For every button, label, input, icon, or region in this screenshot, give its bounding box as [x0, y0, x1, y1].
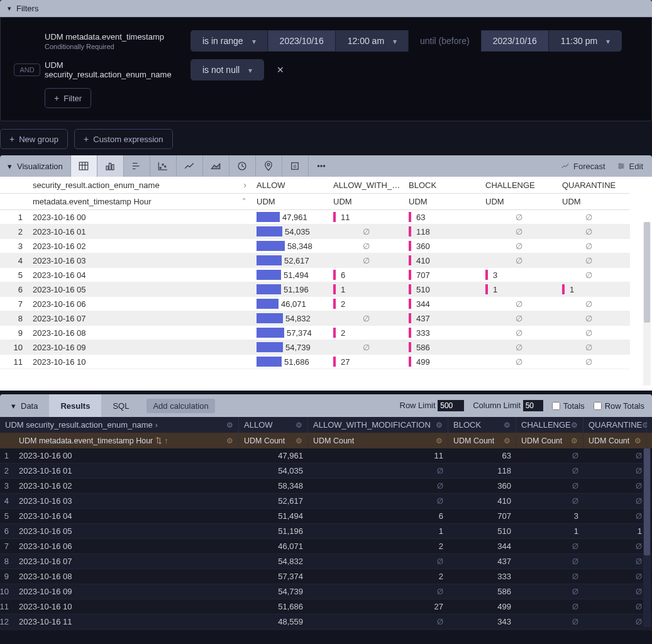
table-cell: 2023-10-16 07	[14, 554, 239, 569]
date-to[interactable]: 2023/10/16	[481, 30, 549, 52]
table-cell: 54,035	[251, 225, 328, 239]
col-allow-with[interactable]: ALLOW_WITH_…	[328, 177, 404, 194]
more-icon[interactable]	[308, 155, 334, 177]
col-challenge[interactable]: CHALLENGE⚙	[516, 417, 583, 433]
filters-body: UDM metadata.event_timestamp Conditional…	[0, 17, 652, 121]
data-header[interactable]: ▾Data	[0, 394, 49, 417]
table-cell: Ø	[583, 464, 647, 479]
table-cell: 2	[308, 569, 448, 584]
table-cell: 57,374	[239, 569, 308, 584]
map-pin-icon[interactable]	[255, 155, 282, 177]
chevron-right-icon: ›	[243, 180, 246, 190]
table-cell: 11	[0, 599, 14, 614]
column-icon[interactable]	[123, 155, 150, 177]
gear-icon[interactable]: ⚙	[504, 421, 511, 430]
table-cell: 2023-10-16 09	[14, 584, 239, 599]
pivot-header[interactable]: UDM security_result.action_enum_name ›⚙	[0, 417, 239, 433]
table-cell: 3	[0, 239, 28, 253]
table-cell: 3	[0, 479, 14, 494]
gear-icon[interactable]: ⚙	[504, 436, 511, 445]
table-cell: ∅	[557, 210, 620, 225]
single-value-icon[interactable]: 6	[282, 155, 308, 177]
table-cell: Ø	[583, 584, 647, 599]
pivot-header[interactable]: security_result.action_enum_name›	[28, 177, 251, 194]
table-cell: 2023-10-16 05	[28, 282, 251, 297]
visualization-header[interactable]: ▾ Visualization	[0, 155, 70, 177]
filters-header[interactable]: ▾ Filters	[0, 0, 652, 17]
col-quarantine[interactable]: QUARANTINE⚙	[583, 417, 647, 433]
date-from[interactable]: 2023/10/16	[268, 30, 336, 52]
table-cell: 11	[308, 448, 448, 464]
dim-header[interactable]: metadata.event_timestamp Hour˄	[28, 194, 251, 210]
table-cell: 2023-10-16 05	[14, 524, 239, 539]
col-allow-with[interactable]: ALLOW_WITH_MODIFICATION⚙	[308, 417, 448, 433]
time-from[interactable]: 12:00 am	[336, 30, 409, 52]
gear-icon[interactable]: ⚙	[296, 421, 302, 430]
new-group-button[interactable]: New group	[0, 129, 68, 149]
col-allow[interactable]: ALLOW	[251, 177, 328, 194]
scatter-icon[interactable]	[150, 155, 176, 177]
col-challenge[interactable]: CHALLENGE	[480, 177, 557, 194]
col-limit-input[interactable]	[523, 400, 543, 411]
line-icon[interactable]	[176, 155, 202, 177]
gear-icon[interactable]: ⚙	[571, 421, 578, 430]
table-cell: 2	[308, 539, 448, 554]
table-cell: ∅	[557, 297, 620, 311]
table-cell: ∅	[557, 268, 620, 282]
table-cell: 1	[557, 282, 620, 297]
bar-chart-icon[interactable]	[97, 155, 123, 177]
row-totals-checkbox[interactable]: Row Totals	[594, 401, 644, 411]
table-cell: ∅	[480, 210, 557, 225]
gear-icon[interactable]: ⚙	[571, 436, 578, 445]
tab-results[interactable]: Results	[49, 394, 101, 417]
tab-sql[interactable]: SQL	[101, 394, 140, 417]
table-cell: 54,832	[251, 311, 328, 326]
table-cell: ∅	[480, 340, 557, 355]
table-cell: 12	[0, 614, 14, 630]
table-cell: 2023-10-16 09	[28, 340, 251, 355]
add-filter-button[interactable]: Filter	[45, 88, 91, 108]
scrollbar[interactable]	[643, 448, 651, 627]
table-cell: ∅	[557, 239, 620, 253]
row-limit-input[interactable]	[438, 400, 464, 411]
svg-rect-5	[109, 164, 111, 170]
table-cell: ∅	[328, 253, 404, 268]
sub-header: UDM Count⚙	[239, 433, 308, 448]
gear-icon[interactable]: ⚙	[296, 436, 302, 445]
table-cell	[620, 239, 630, 253]
svg-point-23	[619, 164, 621, 165]
dim-header[interactable]: UDM metadata.event_timestamp Hour ⇅ ↑⚙	[0, 433, 239, 448]
edit-button[interactable]: Edit	[617, 162, 643, 171]
area-icon[interactable]	[202, 155, 229, 177]
close-icon[interactable]: ✕	[273, 65, 288, 75]
add-calculation-button[interactable]: Add calculation	[146, 399, 214, 413]
custom-expression-button[interactable]: Custom expression	[74, 129, 172, 149]
table-cell: 3	[480, 268, 557, 282]
table-cell	[620, 210, 630, 225]
table-cell	[620, 326, 630, 340]
col-quarantine[interactable]: QUARANTINE	[557, 177, 620, 194]
totals-checkbox[interactable]: Totals	[552, 401, 585, 411]
table-cell: ∅	[557, 355, 620, 369]
table-cell: 58,348	[239, 479, 308, 494]
gear-icon[interactable]: ⚙	[436, 436, 443, 445]
forecast-button[interactable]: Forecast	[561, 162, 605, 171]
table-cell: 7	[0, 297, 28, 311]
operator-select[interactable]: is in range	[191, 30, 268, 52]
table-cell: ∅	[328, 239, 404, 253]
timeline-icon[interactable]	[229, 155, 255, 177]
gear-icon[interactable]: ⚙	[436, 421, 443, 430]
gear-icon[interactable]: ⚙	[226, 421, 233, 430]
table-cell: Ø	[583, 539, 647, 554]
col-allow[interactable]: ALLOW⚙	[239, 417, 308, 433]
time-to[interactable]: 11:30 pm	[549, 30, 622, 52]
gear-icon[interactable]: ⚙	[226, 436, 233, 445]
table-cell: Ø	[308, 494, 448, 509]
scrollbar[interactable]	[643, 222, 651, 386]
operator-select-2[interactable]: is not null	[191, 59, 264, 80]
table-cell: 1	[583, 524, 647, 539]
gear-icon[interactable]: ⚙	[634, 436, 641, 445]
col-block[interactable]: BLOCK⚙	[448, 417, 516, 433]
table-icon[interactable]	[70, 155, 97, 177]
col-block[interactable]: BLOCK	[404, 177, 480, 194]
